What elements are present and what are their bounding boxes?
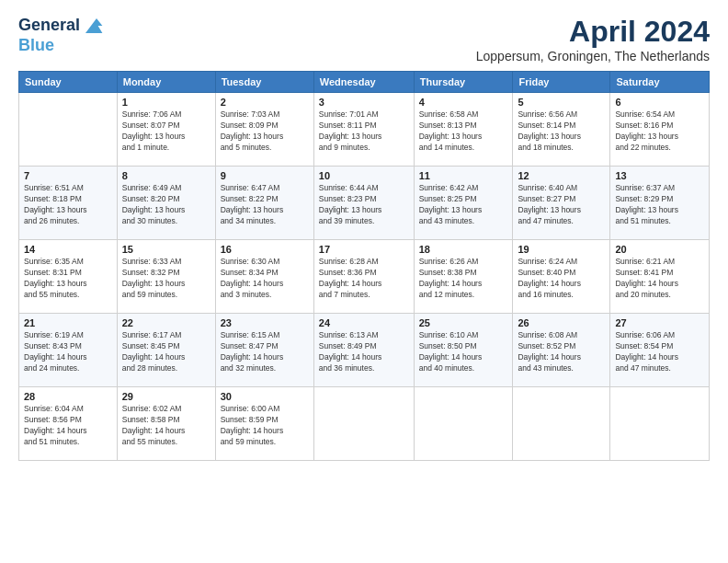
calendar-cell — [414, 387, 513, 461]
calendar-cell: 12Sunrise: 6:40 AM Sunset: 8:27 PM Dayli… — [513, 167, 610, 240]
calendar-cell: 16Sunrise: 6:30 AM Sunset: 8:34 PM Dayli… — [215, 240, 313, 314]
location: Loppersum, Groningen, The Netherlands — [476, 49, 710, 63]
day-info: Sunrise: 7:01 AM Sunset: 8:11 PM Dayligh… — [319, 109, 409, 154]
calendar-cell: 5Sunrise: 6:56 AM Sunset: 8:14 PM Daylig… — [513, 93, 610, 167]
day-info: Sunrise: 6:08 AM Sunset: 8:52 PM Dayligh… — [518, 330, 605, 374]
day-number: 30 — [221, 391, 309, 402]
calendar-cell: 15Sunrise: 6:33 AM Sunset: 8:32 PM Dayli… — [117, 240, 215, 314]
calendar-cell: 8Sunrise: 6:49 AM Sunset: 8:20 PM Daylig… — [117, 167, 215, 240]
col-saturday: Saturday — [610, 72, 710, 93]
day-number: 14 — [24, 244, 112, 255]
calendar-cell: 3Sunrise: 7:01 AM Sunset: 8:11 PM Daylig… — [313, 93, 414, 167]
day-number: 17 — [319, 244, 409, 255]
week-row-5: 28Sunrise: 6:04 AM Sunset: 8:56 PM Dayli… — [19, 387, 710, 461]
day-number: 10 — [319, 170, 409, 181]
col-sunday: Sunday — [19, 72, 118, 93]
day-info: Sunrise: 6:56 AM Sunset: 8:14 PM Dayligh… — [518, 109, 605, 154]
day-number: 21 — [24, 317, 112, 328]
calendar-cell: 19Sunrise: 6:24 AM Sunset: 8:40 PM Dayli… — [513, 240, 610, 314]
day-number: 9 — [221, 170, 309, 181]
day-info: Sunrise: 6:24 AM Sunset: 8:40 PM Dayligh… — [518, 257, 605, 301]
day-number: 6 — [615, 97, 704, 108]
day-number: 24 — [319, 317, 409, 328]
calendar-cell: 9Sunrise: 6:47 AM Sunset: 8:22 PM Daylig… — [215, 167, 313, 240]
day-number: 3 — [319, 97, 409, 108]
calendar-cell: 10Sunrise: 6:44 AM Sunset: 8:23 PM Dayli… — [313, 167, 414, 240]
calendar-cell: 30Sunrise: 6:00 AM Sunset: 8:59 PM Dayli… — [215, 387, 313, 461]
calendar-cell: 11Sunrise: 6:42 AM Sunset: 8:25 PM Dayli… — [414, 167, 513, 240]
col-tuesday: Tuesday — [215, 72, 313, 93]
logo: General Blue — [18, 15, 104, 55]
calendar-table: Sunday Monday Tuesday Wednesday Thursday… — [18, 71, 710, 461]
day-number: 4 — [419, 97, 508, 108]
calendar-cell: 28Sunrise: 6:04 AM Sunset: 8:56 PM Dayli… — [19, 387, 118, 461]
logo-text: General — [18, 17, 80, 35]
calendar-cell: 27Sunrise: 6:06 AM Sunset: 8:54 PM Dayli… — [610, 314, 710, 387]
day-number: 1 — [122, 97, 210, 108]
day-info: Sunrise: 6:04 AM Sunset: 8:56 PM Dayligh… — [24, 404, 112, 448]
calendar-cell: 26Sunrise: 6:08 AM Sunset: 8:52 PM Dayli… — [513, 314, 610, 387]
calendar-cell: 13Sunrise: 6:37 AM Sunset: 8:29 PM Dayli… — [610, 167, 710, 240]
calendar-cell: 17Sunrise: 6:28 AM Sunset: 8:36 PM Dayli… — [313, 240, 414, 314]
calendar-cell: 23Sunrise: 6:15 AM Sunset: 8:47 PM Dayli… — [215, 314, 313, 387]
calendar-cell: 24Sunrise: 6:13 AM Sunset: 8:49 PM Dayli… — [313, 314, 414, 387]
col-thursday: Thursday — [414, 72, 513, 93]
day-info: Sunrise: 6:19 AM Sunset: 8:43 PM Dayligh… — [24, 330, 112, 374]
calendar-cell: 4Sunrise: 6:58 AM Sunset: 8:13 PM Daylig… — [414, 93, 513, 167]
day-number: 22 — [122, 317, 210, 328]
day-number: 23 — [221, 317, 309, 328]
header: General Blue April 2024 Loppersum, Groni… — [18, 15, 710, 63]
calendar-cell: 6Sunrise: 6:54 AM Sunset: 8:16 PM Daylig… — [610, 93, 710, 167]
day-info: Sunrise: 6:28 AM Sunset: 8:36 PM Dayligh… — [319, 257, 409, 301]
day-number: 5 — [518, 97, 605, 108]
day-info: Sunrise: 6:44 AM Sunset: 8:23 PM Dayligh… — [319, 183, 409, 227]
day-info: Sunrise: 6:54 AM Sunset: 8:16 PM Dayligh… — [615, 109, 704, 154]
week-row-2: 7Sunrise: 6:51 AM Sunset: 8:18 PM Daylig… — [19, 167, 710, 240]
day-number: 26 — [518, 317, 605, 328]
week-row-4: 21Sunrise: 6:19 AM Sunset: 8:43 PM Dayli… — [19, 314, 710, 387]
calendar-cell — [513, 387, 610, 461]
day-info: Sunrise: 6:49 AM Sunset: 8:20 PM Dayligh… — [122, 183, 210, 227]
day-number: 25 — [419, 317, 508, 328]
day-number: 28 — [24, 391, 112, 402]
day-info: Sunrise: 6:42 AM Sunset: 8:25 PM Dayligh… — [419, 183, 508, 227]
calendar-cell — [313, 387, 414, 461]
calendar-cell — [610, 387, 710, 461]
logo-icon — [82, 15, 104, 37]
calendar-cell: 22Sunrise: 6:17 AM Sunset: 8:45 PM Dayli… — [117, 314, 215, 387]
day-info: Sunrise: 6:17 AM Sunset: 8:45 PM Dayligh… — [122, 330, 210, 374]
day-info: Sunrise: 6:33 AM Sunset: 8:32 PM Dayligh… — [122, 257, 210, 301]
day-info: Sunrise: 6:26 AM Sunset: 8:38 PM Dayligh… — [419, 257, 508, 301]
calendar-cell: 29Sunrise: 6:02 AM Sunset: 8:58 PM Dayli… — [117, 387, 215, 461]
day-number: 15 — [122, 244, 210, 255]
page: General Blue April 2024 Loppersum, Groni… — [0, 0, 728, 563]
day-number: 20 — [615, 244, 704, 255]
day-info: Sunrise: 7:06 AM Sunset: 8:07 PM Dayligh… — [122, 109, 210, 154]
day-info: Sunrise: 6:58 AM Sunset: 8:13 PM Dayligh… — [419, 109, 508, 154]
logo-blue-text: Blue — [18, 37, 54, 55]
day-number: 13 — [615, 170, 704, 181]
day-number: 8 — [122, 170, 210, 181]
calendar-cell: 18Sunrise: 6:26 AM Sunset: 8:38 PM Dayli… — [414, 240, 513, 314]
day-info: Sunrise: 6:51 AM Sunset: 8:18 PM Dayligh… — [24, 183, 112, 227]
title-block: April 2024 Loppersum, Groningen, The Net… — [476, 15, 710, 63]
col-wednesday: Wednesday — [313, 72, 414, 93]
day-info: Sunrise: 6:13 AM Sunset: 8:49 PM Dayligh… — [319, 330, 409, 374]
calendar-cell: 20Sunrise: 6:21 AM Sunset: 8:41 PM Dayli… — [610, 240, 710, 314]
svg-marker-0 — [85, 18, 102, 33]
day-info: Sunrise: 6:06 AM Sunset: 8:54 PM Dayligh… — [615, 330, 704, 374]
day-info: Sunrise: 6:00 AM Sunset: 8:59 PM Dayligh… — [221, 404, 309, 448]
week-row-3: 14Sunrise: 6:35 AM Sunset: 8:31 PM Dayli… — [19, 240, 710, 314]
col-friday: Friday — [513, 72, 610, 93]
header-row: Sunday Monday Tuesday Wednesday Thursday… — [19, 72, 710, 93]
day-number: 11 — [419, 170, 508, 181]
day-number: 18 — [419, 244, 508, 255]
week-row-1: 1Sunrise: 7:06 AM Sunset: 8:07 PM Daylig… — [19, 93, 710, 167]
calendar-cell: 25Sunrise: 6:10 AM Sunset: 8:50 PM Dayli… — [414, 314, 513, 387]
calendar-cell: 7Sunrise: 6:51 AM Sunset: 8:18 PM Daylig… — [19, 167, 118, 240]
day-info: Sunrise: 6:37 AM Sunset: 8:29 PM Dayligh… — [615, 183, 704, 227]
day-info: Sunrise: 6:30 AM Sunset: 8:34 PM Dayligh… — [221, 257, 309, 301]
calendar-cell: 1Sunrise: 7:06 AM Sunset: 8:07 PM Daylig… — [117, 93, 215, 167]
col-monday: Monday — [117, 72, 215, 93]
calendar-cell: 2Sunrise: 7:03 AM Sunset: 8:09 PM Daylig… — [215, 93, 313, 167]
